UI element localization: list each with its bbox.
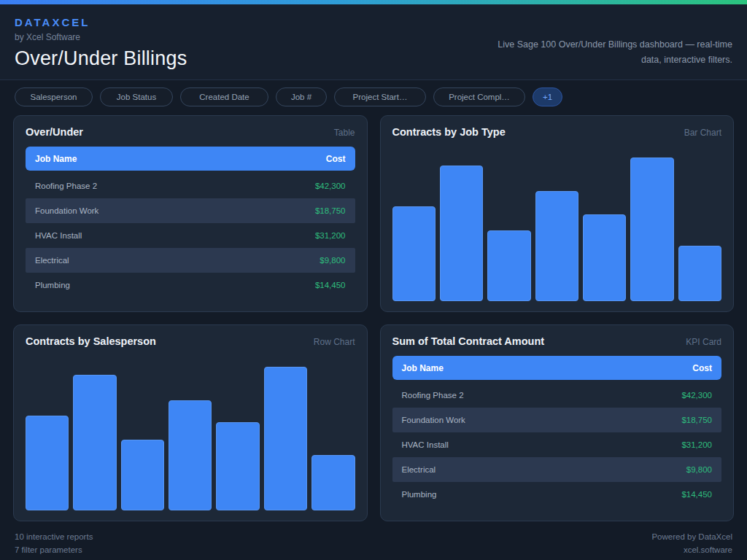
chart-bar[interactable] — [216, 422, 259, 510]
filter-more-badge[interactable]: +1 — [533, 88, 562, 106]
panel-title: Contracts by Salesperson — [26, 335, 156, 347]
panel-header: Contracts by Salesperson Row Chart — [26, 335, 355, 347]
job-name-cell: Plumbing — [35, 281, 70, 289]
jobs-table: Job Name Cost Roofing Phase 2$42,300Foun… — [26, 147, 355, 298]
table-body: Roofing Phase 2$42,300Foundation Work$18… — [26, 174, 355, 298]
column-header-job-name: Job Name — [35, 154, 77, 164]
table-row[interactable]: Electrical$9,800 — [26, 248, 355, 273]
panel-header: Sum of Total Contract Amount KPI Card — [392, 335, 722, 347]
job-name-cell: Plumbing — [402, 490, 437, 499]
table-row[interactable]: Foundation Work$18,750 — [26, 198, 355, 223]
chart-bar[interactable] — [630, 158, 673, 301]
website-link[interactable]: xcel.software — [651, 543, 732, 556]
brand-block: DATAXCEL by Xcel Software Over/Under Bil… — [15, 16, 187, 70]
table-row[interactable]: HVAC Install$31,200 — [26, 223, 355, 248]
salesperson-bar-chart — [26, 353, 355, 510]
jobs-table: Job Name Cost Roofing Phase 2$42,300Foun… — [392, 356, 722, 507]
footer-stats: 10 interactive reports 7 filter paramete… — [15, 530, 93, 557]
job-name-cell: Electrical — [35, 256, 69, 265]
table-header-row: Job Name Cost — [26, 147, 355, 171]
job-name-cell: Electrical — [402, 465, 436, 474]
cost-cell: $31,200 — [681, 440, 712, 449]
chart-bar[interactable] — [73, 375, 116, 510]
table-row[interactable]: Roofing Phase 2$42,300 — [392, 383, 722, 408]
panel-title: Over/Under — [26, 126, 83, 138]
job-name-cell: Foundation Work — [35, 206, 98, 215]
job-name-cell: Foundation Work — [402, 416, 465, 424]
job-name-cell: HVAC Install — [402, 440, 449, 449]
chart-bar[interactable] — [264, 367, 307, 510]
reports-count: 10 interactive reports — [15, 530, 93, 543]
chart-bar[interactable] — [535, 191, 578, 301]
chart-bar[interactable] — [121, 440, 164, 510]
table-row[interactable]: Electrical$9,800 — [392, 457, 722, 482]
panel-over-under: Over/Under Table Job Name Cost Roofing P… — [13, 115, 368, 312]
filter-pill-job-status[interactable]: Job Status — [100, 88, 173, 106]
dashboard-grid: Over/Under Table Job Name Cost Roofing P… — [0, 115, 747, 521]
panel-type-badge: Row Chart — [314, 337, 355, 347]
column-header-cost: Cost — [692, 363, 712, 373]
table-row[interactable]: Plumbing$14,450 — [392, 482, 722, 507]
chart-bar[interactable] — [678, 246, 721, 301]
filter-pill-salesperson[interactable]: Salesperson — [15, 88, 93, 106]
panel-contracts-by-job-type: Contracts by Job Type Bar Chart — [380, 115, 735, 312]
panel-type-badge: Table — [334, 128, 355, 138]
chart-bar[interactable] — [392, 206, 436, 301]
panel-contracts-by-salesperson: Contracts by Salesperson Row Chart — [13, 324, 368, 521]
filter-bar: SalespersonJob StatusCreated DateJob #Pr… — [0, 80, 747, 115]
panel-type-badge: Bar Chart — [684, 128, 721, 138]
filter-pill-created-date[interactable]: Created Date — [180, 88, 268, 106]
brand-logo: DATAXCEL — [15, 16, 187, 28]
column-header-job-name: Job Name — [402, 363, 444, 373]
job-name-cell: HVAC Install — [35, 231, 82, 240]
cost-cell: $14,450 — [681, 490, 712, 499]
table-row[interactable]: Foundation Work$18,750 — [392, 408, 722, 432]
app-header: DATAXCEL by Xcel Software Over/Under Bil… — [0, 4, 747, 80]
filter-pill-project-start[interactable]: Project Start… — [334, 88, 426, 106]
panel-header: Contracts by Job Type Bar Chart — [392, 126, 722, 138]
filters-count: 7 filter parameters — [15, 543, 93, 556]
table-row[interactable]: HVAC Install$31,200 — [392, 432, 722, 457]
panel-title: Contracts by Job Type — [392, 126, 506, 138]
panel-total-contract-amount: Sum of Total Contract Amount KPI Card Jo… — [380, 324, 735, 521]
cost-cell: $9,800 — [320, 256, 345, 265]
panel-type-badge: KPI Card — [686, 337, 721, 347]
cost-cell: $14,450 — [315, 281, 346, 289]
chart-bar[interactable] — [169, 400, 212, 510]
table-row[interactable]: Plumbing$14,450 — [26, 273, 355, 298]
chart-bar[interactable] — [26, 416, 69, 510]
app-footer: 10 interactive reports 7 filter paramete… — [0, 521, 747, 560]
table-row[interactable]: Roofing Phase 2$42,300 — [26, 174, 355, 198]
chart-bar[interactable] — [311, 455, 355, 510]
cost-cell: $42,300 — [681, 391, 712, 400]
chart-bar[interactable] — [583, 214, 626, 301]
panel-title: Sum of Total Contract Amount — [392, 335, 545, 347]
powered-by: Powered by DataXcel — [651, 530, 732, 543]
job-name-cell: Roofing Phase 2 — [35, 182, 97, 190]
chart-bar[interactable] — [487, 230, 530, 301]
filter-pill-job[interactable]: Job # — [276, 88, 327, 106]
table-body: Roofing Phase 2$42,300Foundation Work$18… — [392, 383, 722, 507]
chart-bar[interactable] — [440, 166, 483, 301]
filter-pill-project-compl[interactable]: Project Compl… — [433, 88, 525, 106]
header-tagline: Live Sage 100 Over/Under Billings dashbo… — [490, 37, 732, 67]
footer-credits: Powered by DataXcel xcel.software — [651, 530, 732, 557]
page-title: Over/Under Billings — [15, 47, 187, 70]
cost-cell: $31,200 — [315, 231, 346, 240]
job-name-cell: Roofing Phase 2 — [402, 391, 464, 400]
table-header-row: Job Name Cost — [392, 356, 722, 380]
cost-cell: $9,800 — [686, 465, 712, 474]
column-header-cost: Cost — [326, 154, 346, 164]
cost-cell: $42,300 — [315, 182, 346, 190]
job-type-bar-chart — [392, 144, 722, 301]
cost-cell: $18,750 — [315, 206, 346, 215]
brand-byline: by Xcel Software — [15, 32, 187, 42]
cost-cell: $18,750 — [681, 416, 712, 424]
panel-header: Over/Under Table — [26, 126, 355, 138]
